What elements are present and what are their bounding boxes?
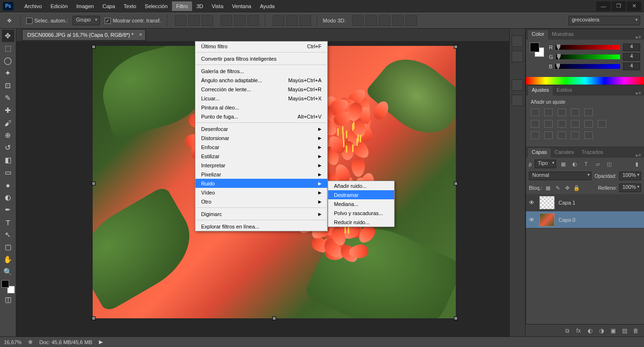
submenu-item[interactable]: Polvo y rascaduras... [328,208,394,217]
tab-color[interactable]: Color [528,30,548,40]
layer-item[interactable]: 👁 Capa 1 [526,194,644,211]
adjust-icon[interactable] [571,108,580,116]
menu-item[interactable]: Pixelizar▶ [195,170,327,179]
foreground-swatch[interactable] [1,280,9,288]
icon-3d[interactable] [352,15,364,26]
filter-icon[interactable]: ▱ [593,160,602,168]
lock-icon[interactable]: ▦ [544,184,552,192]
tab-swatches[interactable]: Muestras [548,30,577,40]
close-tab-icon[interactable]: × [139,32,142,37]
marquee-tool[interactable]: ⬚ [2,42,14,54]
b-value[interactable]: 4 [623,63,640,70]
panel-menu-icon[interactable]: ▸≡ [633,90,644,96]
mask-icon[interactable]: ◐ [586,327,594,335]
submenu-item[interactable]: Destramar [328,190,394,199]
move-tool[interactable]: ✥ [2,30,14,42]
align-icon[interactable] [234,15,246,26]
group-select[interactable]: Grupo [73,16,100,25]
g-slider[interactable] [556,54,620,59]
adjust-icon[interactable] [584,120,593,128]
menu-item[interactable]: Galería de filtros... [195,66,327,76]
adjust-icon[interactable] [558,108,566,116]
adjust-icon[interactable] [531,120,539,128]
group-icon[interactable]: ▣ [609,327,617,335]
lasso-tool[interactable]: ◯ [2,54,14,67]
menu-item[interactable]: Licuar...Mayús+Ctrl+X [195,94,327,103]
align-icon[interactable] [188,15,200,26]
transform-handle[interactable] [272,316,276,320]
opacity-value[interactable]: 100% [619,172,641,180]
dodge-tool[interactable]: ◐ [2,191,14,204]
menu-ventana[interactable]: Ventana [228,1,256,11]
adjust-icon[interactable] [584,131,593,139]
shape-tool[interactable]: ▢ [2,241,14,253]
menu-texto[interactable]: Texto [119,1,140,11]
fill-value[interactable]: 100% [619,184,641,192]
menu-item[interactable]: Interpretar▶ [195,161,327,170]
filter-icon[interactable]: ◫ [605,160,613,168]
heal-tool[interactable]: ✚ [2,104,14,117]
menu-item[interactable]: Distorsionar▶ [195,133,327,142]
menu-vista[interactable]: Vista [207,1,227,11]
transform-handle[interactable] [454,45,458,49]
new-layer-icon[interactable]: ▤ [620,327,629,335]
lock-icon[interactable]: ✎ [554,184,561,192]
filter-icon[interactable]: ▦ [559,160,568,168]
adjust-icon[interactable] [531,131,539,139]
minimize-button[interactable]: — [596,1,611,11]
icon-3d[interactable] [365,15,377,26]
align-icon[interactable] [221,15,232,26]
document-tab[interactable]: DSCN0066.JPG al 16,7% (Capa 0, RGB/8*) *… [22,29,146,41]
maximize-button[interactable]: ❐ [612,1,626,11]
menu-edición[interactable]: Edición [46,1,72,11]
hand-tool[interactable]: ✋ [2,253,14,266]
adjust-icon[interactable] [531,108,539,116]
menu-3d[interactable]: 3D [192,1,207,11]
strip-icon[interactable] [512,79,523,91]
close-button[interactable]: ✕ [627,1,641,11]
menu-item[interactable]: Último filtroCtrl+F [195,42,327,51]
distribute-icon[interactable] [273,15,284,26]
adjust-icon[interactable] [598,120,606,128]
filter-icon[interactable]: T [582,160,590,168]
transform-handle[interactable] [92,45,96,49]
transform-handle[interactable] [454,182,458,185]
submenu-item[interactable]: Mediana... [328,199,394,208]
zoom-tool[interactable]: 🔍 [2,266,14,278]
transform-handle[interactable] [454,316,458,320]
menu-item[interactable]: Enfocar▶ [195,142,327,152]
icon-3d[interactable] [392,15,404,26]
menu-item[interactable]: Digimarc▶ [195,209,327,218]
tab-channels[interactable]: Canales [551,148,578,158]
panel-menu-icon[interactable]: ▸≡ [633,152,644,158]
wand-tool[interactable]: ✦ [2,67,14,79]
adjust-icon[interactable] [571,131,580,139]
fx-icon[interactable]: fx [574,327,583,335]
r-value[interactable]: 4 [623,43,640,51]
menu-item[interactable]: Vídeo▶ [195,188,327,197]
icon-3d[interactable] [406,15,417,26]
spectrum-bar[interactable] [526,77,644,85]
history-brush-tool[interactable]: ↺ [2,141,14,154]
strip-icon[interactable] [512,95,523,106]
canvas[interactable]: Último filtroCtrl+FConvertir para filtro… [16,41,509,336]
workspace-select[interactable]: grecovalera [569,16,640,25]
eraser-tool[interactable]: ◧ [2,154,14,166]
adjust-icon[interactable] [584,108,593,116]
distribute-icon[interactable] [286,15,298,26]
adjust-icon[interactable] [544,131,553,139]
color-swatches[interactable] [1,280,15,293]
stamp-tool[interactable]: ⊕ [2,129,14,141]
menu-item[interactable]: Ruido▶ [195,179,327,188]
zoom-icon[interactable]: ⊕ [28,339,32,345]
link-icon[interactable]: ⧉ [563,327,571,335]
g-value[interactable]: 4 [623,53,640,61]
strip-icon[interactable] [512,51,523,62]
zoom-value[interactable]: 16,67% [4,339,21,345]
eye-icon[interactable]: 👁 [529,199,536,206]
eye-icon[interactable]: 👁 [529,217,536,223]
align-icon[interactable] [175,15,186,26]
eyedropper-tool[interactable]: ✎ [2,92,14,104]
trash-icon[interactable]: 🗑 [632,327,640,335]
tab-styles[interactable]: Estilos [553,86,576,96]
